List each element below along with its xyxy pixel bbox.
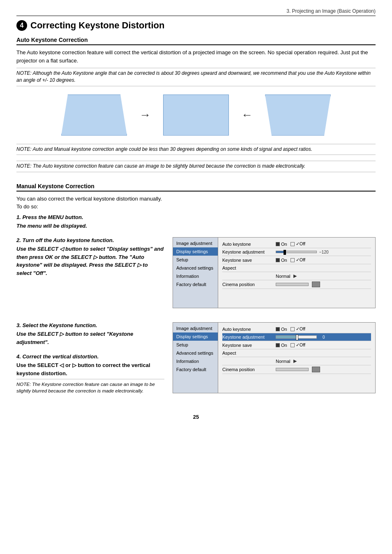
radio-box-on-1 <box>276 242 280 246</box>
slider-thumb-1 <box>284 250 286 255</box>
menu-content-1: Auto keystone On ✓Off Keystone <box>218 238 375 308</box>
auto-keystone-body: The Auto keystone correction feature wil… <box>16 48 376 65</box>
step-4-num: 4. Correct the vertical distortion. <box>16 353 164 360</box>
page-number: 25 <box>16 414 376 420</box>
sidebar-item-display-settings-2[interactable]: Display settings <box>173 332 218 341</box>
trapezoid-left-shape <box>61 95 127 136</box>
menu-row-normal-1: Normal ▶ <box>222 272 371 280</box>
cinema-bar-2 <box>276 368 309 371</box>
radio-save-off-label-1: ✓Off <box>296 257 305 263</box>
keystone-diagram: → ← <box>16 95 376 136</box>
section-title: 4 Correcting Keystone Distortion <box>16 20 376 31</box>
normal-arrow-2: ▶ <box>293 358 297 364</box>
sidebar-item-information-1[interactable]: Information <box>173 272 218 280</box>
step-3-detail: Use the SELECT ▷ button to select "Keyst… <box>16 330 164 346</box>
radio-off-2: ✓Off <box>291 326 305 332</box>
sidebar-item-display-settings-1[interactable]: Display settings <box>173 247 218 256</box>
menu-sidebar-2: Image adjustment Display settings Setup … <box>173 323 218 393</box>
sidebar-item-factory-2[interactable]: Factory default <box>173 365 218 374</box>
controls-cinema-1 <box>276 282 371 287</box>
radio-box-save-on-2 <box>276 343 280 347</box>
manual-keystone-subsection: Manual Keystone Correction <box>16 183 376 192</box>
radio-off-label-2: ✓Off <box>296 326 305 332</box>
arrow-left-icon: ← <box>241 108 253 122</box>
menu-row-cinema-2: Cinema position <box>222 365 371 374</box>
menu-row-cinema-1: Cinema position <box>222 280 371 289</box>
menu-content-2: Auto keystone On ✓Off Keystone <box>218 323 375 393</box>
controls-auto-keystone-2: On ✓Off <box>276 326 371 332</box>
menu-row-normal-2: Normal ▶ <box>222 357 371 365</box>
controls-keystone-adj-2: 0 <box>276 335 371 339</box>
controls-auto-keystone-1: On ✓Off <box>276 241 371 247</box>
step-4-note: NOTE: The Keystone correction feature ca… <box>16 379 164 394</box>
label-keystone-adj-1: Keystone adjustment <box>222 249 276 254</box>
auto-keystone-subsection: Auto Keystone Correction <box>16 37 376 45</box>
step-1-detail: The menu will be displayed. <box>16 222 376 230</box>
radio-on-label-2: On <box>281 327 287 332</box>
sidebar-item-setup-2[interactable]: Setup <box>173 341 218 349</box>
step-4-detail: Use the SELECT ◁ or ▷ button to correct … <box>16 361 164 377</box>
trapezoid-right <box>265 95 331 136</box>
label-auto-keystone-2: Auto keystone <box>222 327 276 332</box>
menu-panel-2-container: Image adjustment Display settings Setup … <box>173 322 376 402</box>
radio-box-save-on-1 <box>276 258 280 262</box>
radio-on-1: On <box>276 242 287 247</box>
trapezoid-center-shape <box>163 95 229 136</box>
step-1: 1. Press the MENU button. The menu will … <box>16 214 376 230</box>
slider-2-value: 0 <box>323 335 325 339</box>
auto-keystone-note1: NOTE: Although the Auto Keystone angle t… <box>16 68 376 86</box>
header-text: 3. Projecting an Image (Basic Operation) <box>286 8 376 14</box>
trapezoid-center <box>163 95 229 136</box>
manual-keystone-body: You can also correct the vertical keysto… <box>16 195 376 211</box>
arrow-right-icon: → <box>139 108 151 122</box>
menu-row-aspect-2: Aspect <box>222 349 371 357</box>
step-1-num: 1. Press the MENU button. <box>16 214 376 220</box>
step-4: 4. Correct the vertical distortion. Use … <box>16 353 164 394</box>
controls-keystone-adj-1: −120 <box>276 250 371 254</box>
menu-row-aspect-1: Aspect <box>222 264 371 272</box>
slider-track-1 <box>276 251 317 253</box>
radio-save-on-label-2: On <box>281 343 287 348</box>
sidebar-item-image-adj-2[interactable]: Image adjustment <box>173 324 218 332</box>
sidebar-item-advanced-1[interactable]: Advanced settings <box>173 264 218 272</box>
cinema-thumb-2 <box>312 367 320 372</box>
menu-empty-2 <box>222 374 371 390</box>
sidebar-item-advanced-2[interactable]: Advanced settings <box>173 349 218 357</box>
label-cinema-1: Cinema position <box>222 282 276 287</box>
step-2-num: 2. Turn off the Auto keystone function. <box>16 237 164 243</box>
controls-keystone-save-1: On ✓Off <box>276 257 371 263</box>
step-2: 2. Turn off the Auto keystone function. … <box>16 237 164 277</box>
menu-row-keystone-adj-2: Keystone adjustment 0 <box>222 333 371 341</box>
radio-box-off-1 <box>291 242 295 246</box>
step-2-text: 2. Turn off the Auto keystone function. … <box>16 237 164 316</box>
sidebar-item-setup-1[interactable]: Setup <box>173 256 218 264</box>
auto-keystone-note2: NOTE: Auto and Manual keystone correctio… <box>16 144 376 155</box>
menu-row-keystone-adj-1: Keystone adjustment −120 <box>222 248 371 256</box>
radio-box-save-off-1 <box>291 258 295 262</box>
radio-save-on-2: On <box>276 343 287 348</box>
label-keystone-save-1: Keystone save <box>222 258 276 263</box>
slider-container-1: −120 <box>276 250 371 254</box>
normal-arrow-1: ▶ <box>293 273 297 279</box>
controls-cinema-2 <box>276 367 371 372</box>
page-header: 3. Projecting an Image (Basic Operation) <box>16 8 376 16</box>
menu-row-auto-keystone-2: Auto keystone On ✓Off <box>222 325 371 333</box>
normal-label-1: Normal <box>276 274 290 279</box>
step-3-num: 3. Select the Keystone function. <box>16 322 164 328</box>
label-aspect-1: Aspect <box>222 265 276 270</box>
radio-box-save-off-2 <box>291 343 295 347</box>
trapezoid-left <box>61 95 127 136</box>
sidebar-item-image-adj-1[interactable]: Image adjustment <box>173 239 218 247</box>
label-cinema-2: Cinema position <box>222 367 276 372</box>
auto-keystone-note3: NOTE: The Auto keystone correction featu… <box>16 161 376 172</box>
radio-on-2: On <box>276 327 287 332</box>
sidebar-item-factory-1[interactable]: Factory default <box>173 280 218 289</box>
radio-box-on-2 <box>276 327 280 331</box>
normal-label-2: Normal <box>276 359 290 364</box>
label-auto-keystone-1: Auto keystone <box>222 242 276 247</box>
section-title-text: Correcting Keystone Distortion <box>30 20 164 31</box>
sidebar-item-information-2[interactable]: Information <box>173 357 218 365</box>
radio-save-on-1: On <box>276 258 287 263</box>
trapezoid-right-shape <box>265 95 331 136</box>
radio-save-on-label-1: On <box>281 258 287 263</box>
